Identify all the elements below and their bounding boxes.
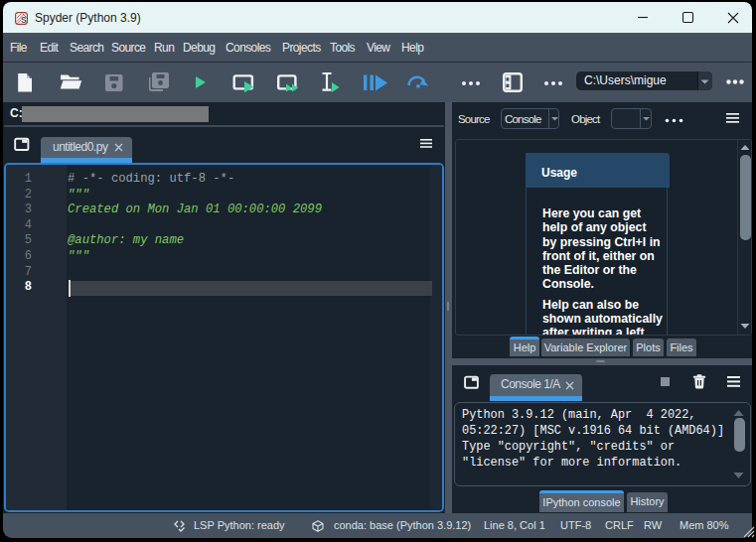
svg-text:S: S [21,15,27,25]
